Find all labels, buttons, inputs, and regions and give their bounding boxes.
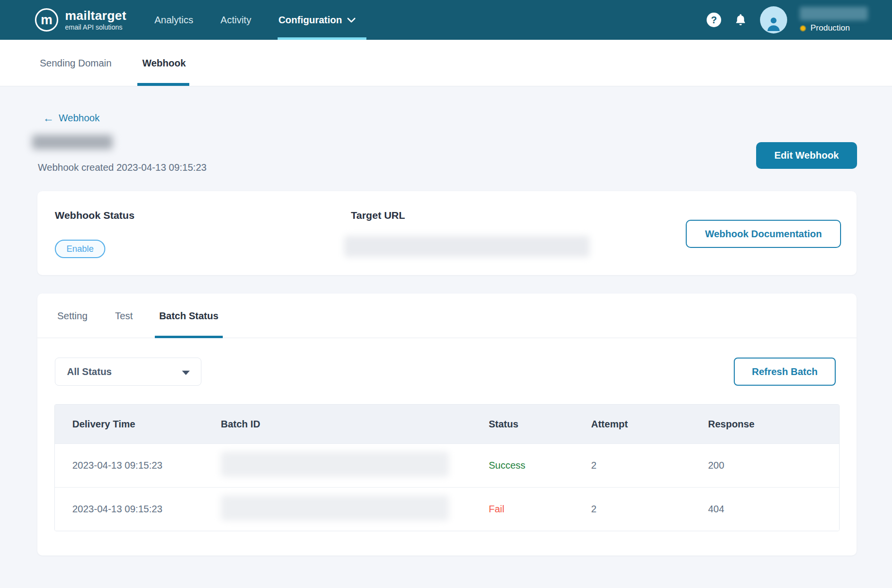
user-name-redacted — [800, 7, 868, 20]
tab-batch-status-underline — [155, 336, 223, 338]
cell-status: Fail — [489, 504, 591, 515]
batch-status-card: Setting Test Batch Status All Status Ref… — [37, 294, 857, 555]
back-arrow-icon: ← — [43, 113, 54, 124]
col-attempt: Attempt — [591, 419, 708, 430]
avatar-person-icon — [764, 14, 783, 33]
webhook-documentation-button[interactable]: Webhook Documentation — [686, 220, 841, 248]
main-nav: Analytics Activity Configuration — [154, 15, 355, 26]
batch-id-blur — [221, 452, 449, 477]
cell-status: Success — [489, 460, 591, 471]
top-navbar: m mailtarget email API solutions Analyti… — [0, 0, 892, 40]
webhook-created-text: Webhook created 2023-04-13 09:15:23 — [38, 162, 207, 173]
batch-status-table: Delivery Time Batch ID Status Attempt Re… — [54, 404, 840, 531]
bell-icon — [734, 13, 747, 27]
chevron-down-icon — [347, 17, 356, 23]
brand-name: mailtarget — [65, 9, 126, 23]
target-url-redacted — [344, 236, 590, 257]
table-row[interactable]: 2023-04-13 09:15:23 Fail 2 404 — [55, 487, 839, 531]
status-badge: Enable — [55, 240, 105, 258]
webhook-name-redacted — [32, 135, 113, 149]
tab-setting[interactable]: Setting — [57, 294, 87, 338]
cell-attempt: 2 — [591, 460, 708, 471]
configuration-tabs-bar: Sending Domain Webhook — [0, 40, 892, 86]
cell-batch-id-redacted — [221, 495, 489, 523]
cell-delivery-time: 2023-04-13 09:15:23 — [55, 504, 221, 515]
col-response: Response — [708, 419, 839, 430]
dropdown-caret-icon — [182, 371, 190, 375]
cell-response: 200 — [708, 460, 839, 471]
refresh-batch-button[interactable]: Refresh Batch — [734, 358, 836, 386]
notifications-bell-icon[interactable] — [734, 13, 747, 27]
target-url-heading: Target URL — [351, 210, 405, 221]
status-filter-dropdown[interactable]: All Status — [55, 358, 201, 386]
col-batch-id: Batch ID — [221, 419, 489, 430]
nav-item-activity[interactable]: Activity — [220, 15, 251, 26]
environment-label: Production — [810, 23, 850, 33]
tab-webhook-underline — [137, 83, 189, 86]
edit-webhook-button[interactable]: Edit Webhook — [756, 142, 857, 169]
cell-delivery-time: 2023-04-13 09:15:23 — [55, 460, 221, 471]
user-avatar[interactable] — [760, 6, 787, 33]
webhook-status-heading: Webhook Status — [55, 210, 134, 221]
table-header-row: Delivery Time Batch ID Status Attempt Re… — [55, 405, 839, 443]
cell-attempt: 2 — [591, 504, 708, 515]
status-filter-value: All Status — [67, 366, 112, 377]
tab-test[interactable]: Test — [115, 294, 133, 338]
mailtarget-logo-icon: m — [35, 8, 58, 32]
col-status: Status — [489, 419, 591, 430]
help-icon[interactable]: ? — [707, 13, 721, 27]
environment-dot-icon — [800, 25, 806, 32]
nav-item-configuration-label: Configuration — [279, 15, 342, 26]
brand-logo[interactable]: m mailtarget email API solutions — [35, 8, 126, 32]
detail-tabs-bar: Setting Test Batch Status — [37, 294, 857, 338]
cell-response: 404 — [708, 504, 839, 515]
col-delivery-time: Delivery Time — [55, 419, 221, 430]
back-link-label: Webhook — [59, 113, 99, 124]
tab-sending-domain[interactable]: Sending Domain — [40, 40, 112, 86]
tab-webhook[interactable]: Webhook — [140, 40, 188, 86]
brand-tagline: email API solutions — [65, 24, 126, 31]
back-link-webhook[interactable]: ← Webhook — [43, 113, 99, 124]
tab-batch-status[interactable]: Batch Status — [155, 294, 223, 338]
nav-item-configuration[interactable]: Configuration — [279, 15, 356, 26]
cell-batch-id-redacted — [221, 452, 489, 479]
nav-item-analytics[interactable]: Analytics — [154, 15, 193, 26]
batch-id-blur — [221, 495, 449, 521]
webhook-status-card: Webhook Status Enable Target URL Webhook… — [37, 191, 857, 275]
table-row[interactable]: 2023-04-13 09:15:23 Success 2 200 — [55, 443, 839, 487]
